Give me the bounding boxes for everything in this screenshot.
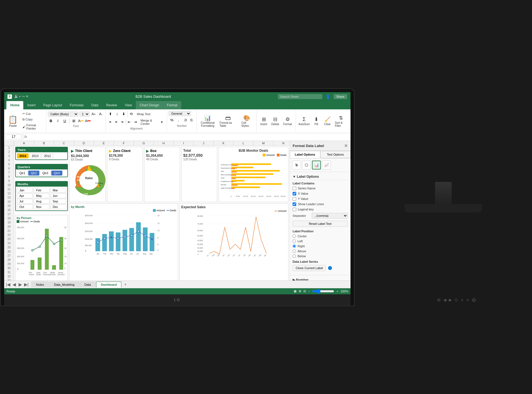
label-options-title[interactable]: ▼ Label Options xyxy=(293,174,348,180)
autosum-button[interactable]: Σ AutoSum xyxy=(298,116,310,127)
month-oct[interactable]: Oct xyxy=(17,204,33,209)
qtr1-item[interactable]: Qtr1 xyxy=(17,171,28,176)
percent-button[interactable]: % xyxy=(169,117,175,123)
name-box[interactable] xyxy=(5,134,22,139)
legend-key-checkbox[interactable] xyxy=(293,208,296,211)
col-header-e[interactable]: E xyxy=(94,141,114,145)
fill-button[interactable]: ⬇ Fill xyxy=(311,115,321,127)
view-normal-icon[interactable]: ▦ xyxy=(294,289,296,293)
add-sheet-button[interactable]: + xyxy=(122,281,129,288)
zoom-in-icon[interactable]: + xyxy=(336,290,338,293)
panel-icon-cursor[interactable]: 🖱 xyxy=(292,161,301,169)
paste-button[interactable]: 📋 Paste xyxy=(5,110,21,132)
font-size-select[interactable]: 14 xyxy=(80,112,89,117)
panel-close-button[interactable]: ✕ xyxy=(344,143,348,148)
col-header-d[interactable]: D xyxy=(74,141,94,145)
position-above-radio[interactable] xyxy=(293,249,296,253)
clone-current-label-button[interactable]: Clone Current Label xyxy=(293,265,326,271)
align-top-button[interactable]: ⬆ xyxy=(108,111,114,117)
info-icon[interactable]: i xyxy=(328,266,332,270)
position-right-radio[interactable] xyxy=(293,244,296,248)
decrease-indent-button[interactable]: ⇤ xyxy=(126,119,132,125)
formula-input[interactable] xyxy=(28,135,349,139)
year-2013-item[interactable]: 2013 xyxy=(29,153,41,158)
increase-indent-button[interactable]: ⇥ xyxy=(132,119,138,125)
tab-format[interactable]: Format xyxy=(163,101,181,109)
panel-icon-bar-chart[interactable]: 📈 xyxy=(322,161,331,169)
month-aug[interactable]: Aug xyxy=(34,199,50,204)
align-center-button[interactable]: ≡ xyxy=(114,119,119,125)
zoom-slider[interactable] xyxy=(312,289,334,293)
search-input[interactable] xyxy=(278,94,322,99)
month-feb[interactable]: Feb xyxy=(34,188,50,193)
sheet-nav-next[interactable]: ▶ xyxy=(17,282,23,287)
separator-select[interactable]: , (comma) ; (semicolon) (Space) (New lin… xyxy=(312,213,348,218)
zoom-out-icon[interactable]: − xyxy=(308,290,310,293)
underline-button[interactable]: U xyxy=(62,118,68,124)
tab-data-modeling[interactable]: Data_Modeling xyxy=(49,282,79,287)
tab-view[interactable]: View xyxy=(121,101,136,109)
tab-home[interactable]: Home xyxy=(6,101,23,109)
col-header-a[interactable]: A xyxy=(14,141,34,145)
position-center-radio[interactable] xyxy=(293,235,296,238)
tab-insert[interactable]: Insert xyxy=(23,101,39,109)
sheet-nav-last[interactable]: ▶| xyxy=(24,282,29,287)
merge-center-button[interactable]: Merge & Center ▼ xyxy=(139,118,165,126)
qtr4-item[interactable]: Qtr4 xyxy=(51,171,62,176)
fill-color-button[interactable]: A xyxy=(78,118,84,124)
sheet-nav-first[interactable]: |◀ xyxy=(5,282,11,287)
month-nov[interactable]: Nov xyxy=(34,204,50,209)
view-page-break-icon[interactable]: ⊟ xyxy=(303,289,306,293)
sort-filter-button[interactable]: ⇅ Sort & Filter xyxy=(334,114,349,128)
col-header-c[interactable]: C xyxy=(54,141,74,145)
month-dec[interactable]: Dec xyxy=(50,204,66,209)
col-header-n[interactable]: N xyxy=(273,141,290,145)
view-page-layout-icon[interactable]: ⊞ xyxy=(299,289,301,293)
align-right-button[interactable]: ≡ xyxy=(120,119,125,125)
qtr2-item[interactable]: Qtr2 xyxy=(28,171,39,176)
sheet-nav-prev[interactable]: ◀ xyxy=(11,282,17,287)
wrap-text-button[interactable]: Wrap Text xyxy=(135,112,152,117)
month-jul[interactable]: Jul xyxy=(17,199,33,204)
font-color-button[interactable]: A xyxy=(85,118,91,124)
col-header-k[interactable]: K xyxy=(214,141,234,145)
quarters-slicer[interactable]: Quarters Qtr1 Qtr2 Qtr3 Qtr4 xyxy=(15,164,68,177)
cut-button[interactable]: ✂ Cut xyxy=(22,112,44,116)
tab-page-layout[interactable]: Page Layout xyxy=(39,101,66,109)
increase-decimal-button[interactable]: .0 xyxy=(182,117,188,123)
month-jan[interactable]: Jan xyxy=(17,188,33,193)
month-jun[interactable]: Jun xyxy=(50,193,66,198)
col-header-f[interactable]: F xyxy=(114,141,134,145)
show-leader-lines-checkbox[interactable] xyxy=(293,202,296,206)
year-2014-item[interactable]: 2014 xyxy=(17,153,29,158)
month-sep[interactable]: Sep xyxy=(50,199,66,204)
format-painter-button[interactable]: 🖌 Format Painter xyxy=(22,123,44,130)
italic-button[interactable]: I xyxy=(55,118,61,124)
zoom-level[interactable]: 100% xyxy=(341,290,348,293)
year-2012-item[interactable]: 2012 xyxy=(42,153,53,158)
decrease-decimal-button[interactable]: 0. xyxy=(189,117,195,123)
col-header-j[interactable]: J xyxy=(194,141,214,145)
increase-font-button[interactable]: A+ xyxy=(91,111,97,117)
cell-styles-button[interactable]: 🎨 Cell Styles xyxy=(240,114,254,128)
conditional-formatting-button[interactable]: 📊 Conditional Formatting xyxy=(199,114,216,128)
decrease-font-button[interactable]: A- xyxy=(98,111,104,117)
col-header-l[interactable]: L xyxy=(234,141,254,145)
align-bottom-button[interactable]: ⬇ xyxy=(121,111,127,117)
tab-chart-design[interactable]: Chart Design xyxy=(136,101,163,109)
month-mar[interactable]: Mar xyxy=(50,188,66,193)
panel-tab-label-options[interactable]: Label Options xyxy=(290,151,320,158)
format-as-table-button[interactable]: 🗃 Format as Table xyxy=(218,114,238,128)
y-value-checkbox[interactable] xyxy=(293,197,296,201)
align-left-button[interactable]: ≡ xyxy=(108,119,113,125)
align-middle-button[interactable]: ↕ xyxy=(114,111,120,117)
tab-review[interactable]: Review xyxy=(102,101,121,109)
tab-dashboard[interactable]: Dashboard xyxy=(96,282,121,287)
col-header-h[interactable]: H xyxy=(154,141,174,145)
insert-button[interactable]: ⊞ Insert xyxy=(259,115,269,127)
tab-formulas[interactable]: Formulas xyxy=(66,101,88,109)
tab-data[interactable]: Data xyxy=(80,282,96,287)
col-header-i[interactable]: I xyxy=(174,141,194,145)
qtr3-item[interactable]: Qtr3 xyxy=(40,171,51,176)
month-may[interactable]: May xyxy=(34,193,50,198)
